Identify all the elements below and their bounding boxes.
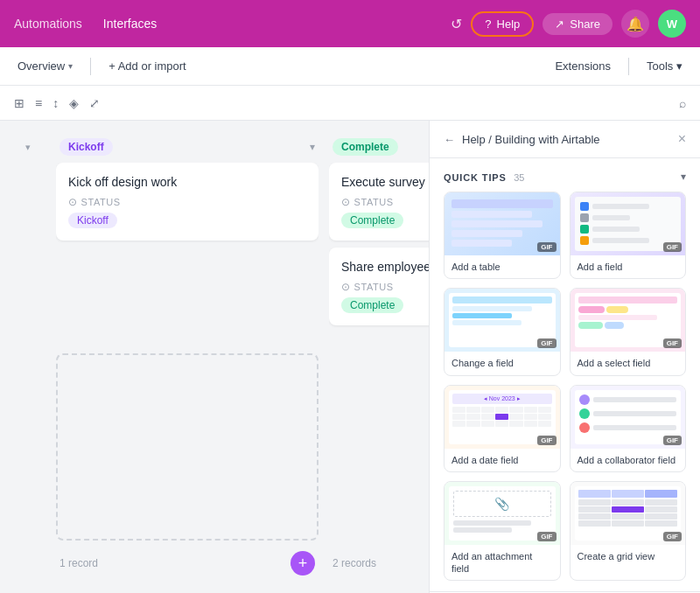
tip-thumbnail-add-attachment: 📎 GIF: [444, 482, 560, 545]
nav-left: Automations Interfaces: [14, 17, 157, 31]
close-icon[interactable]: ×: [678, 131, 686, 147]
top-navigation: Automations Interfaces ↺ ? Help ↗ Share …: [0, 0, 700, 47]
col-footer-complete: 2 records +: [329, 544, 429, 583]
tip-add-field[interactable]: GIF Add a field: [570, 192, 687, 279]
card-field-label-2: ⊙ STATUS: [341, 281, 429, 293]
search-icon[interactable]: ⌕: [679, 96, 686, 110]
help-breadcrumb: ← Help / Building with Airtable: [444, 133, 600, 146]
card-field-label-1: ⊙ STATUS: [341, 196, 429, 208]
toolbar-left: Overview ▾ + Add or import: [10, 56, 541, 76]
tip-label-add-date: Add a date field: [444, 449, 560, 471]
chevron-down-icon: ▾: [68, 61, 73, 71]
card-complete-1[interactable]: Execute survey ⊙ STATUS Complete: [329, 163, 429, 241]
card-field-label: ⊙ STATUS: [68, 196, 306, 208]
bell-icon: 🔔: [626, 16, 644, 32]
card-title-share: Share employee sur…: [341, 260, 429, 274]
status-badge-complete-1: Complete: [341, 213, 403, 228]
toolbar-divider: [90, 58, 91, 75]
gif-badge-8: GIF: [663, 532, 682, 541]
grid-icon[interactable]: ⊞: [14, 96, 24, 110]
help-panel-header: ← Help / Building with Airtable ×: [430, 121, 700, 158]
quick-tips-chevron-icon: ▾: [681, 171, 686, 183]
nav-right: ↺ ? Help ↗ Share 🔔 W: [451, 10, 686, 38]
tip-add-attachment[interactable]: 📎 GIF Add an attachment field: [444, 481, 561, 582]
tools-chevron-icon: ▾: [676, 59, 682, 73]
tip-thumbnail-change-field: GIF: [444, 289, 560, 352]
tip-add-select[interactable]: GIF Add a select field: [570, 288, 687, 375]
share-icon: ↗: [555, 17, 564, 31]
tip-thumbnail-add-field: GIF: [570, 192, 686, 255]
share-button[interactable]: ↗ Share: [542, 13, 612, 35]
status-badge-kickoff: Kickoff: [68, 213, 117, 228]
col-header-complete: Complete ▾: [329, 131, 429, 163]
help-breadcrumb-text: Help / Building with Airtable: [462, 133, 600, 146]
tip-label-add-attachment: Add an attachment field: [444, 545, 560, 581]
filter-icon[interactable]: ≡: [35, 96, 42, 110]
tip-thumbnail-add-collab: GIF: [570, 386, 686, 449]
tip-label-add-select: Add a select field: [570, 352, 686, 374]
tools-button[interactable]: Tools ▾: [640, 56, 690, 76]
nav-interfaces[interactable]: Interfaces: [103, 17, 157, 31]
kanban-board: ▾ Kickoff ▾ Kick off design work ⊙ STATU…: [0, 121, 429, 593]
quick-tips-title-group: QUICK TIPS 35: [444, 169, 524, 185]
kanban-inner: ▾ Kickoff ▾ Kick off design work ⊙ STATU…: [0, 121, 429, 593]
quick-tips-title: QUICK TIPS: [444, 172, 507, 183]
nav-automations[interactable]: Automations: [14, 17, 82, 31]
kanban-col-kickoff: Kickoff ▾ Kick off design work ⊙ STATUS …: [56, 131, 318, 583]
gif-badge-5: GIF: [537, 436, 556, 445]
back-icon[interactable]: ←: [444, 133, 455, 146]
col-header-kickoff: Kickoff ▾: [56, 131, 318, 163]
tip-add-date[interactable]: ◂ Nov 2023 ▸: [444, 385, 561, 472]
tips-grid: GIF Add a table: [430, 192, 700, 591]
secondary-toolbar: Overview ▾ + Add or import Extensions To…: [0, 47, 700, 86]
card-kickoff-1[interactable]: Kick off design work ⊙ STATUS Kickoff: [56, 163, 318, 241]
help-button[interactable]: ? Help: [471, 11, 534, 37]
records-count-kickoff: 1 record: [60, 557, 98, 569]
tip-thumbnail-add-table: GIF: [444, 192, 560, 255]
tip-label-add-table: Add a table: [444, 255, 560, 278]
tip-label-add-field: Add a field: [570, 255, 686, 278]
quick-tips-header[interactable]: QUICK TIPS 35 ▾: [430, 158, 700, 192]
color-icon[interactable]: ◈: [69, 96, 79, 110]
card-title-execute: Execute survey: [341, 175, 429, 189]
col-chevron-kickoff[interactable]: ▾: [310, 141, 315, 153]
col-title-kickoff: Kickoff: [60, 138, 113, 156]
gif-badge-7: GIF: [537, 532, 556, 541]
avatar[interactable]: W: [658, 10, 686, 38]
tip-label-create-grid: Create a grid view: [570, 545, 686, 568]
avatar-label: W: [667, 17, 677, 31]
history-icon[interactable]: ↺: [451, 16, 462, 32]
tip-thumbnail-add-select: GIF: [570, 289, 686, 352]
toolbar-divider-2: [628, 58, 629, 75]
card-complete-2[interactable]: Share employee sur… ⊙ STATUS Complete: [329, 248, 429, 325]
card-title: Kick off design work: [68, 175, 306, 189]
overview-label: Overview: [18, 59, 65, 73]
col-title-complete: Complete: [332, 138, 398, 156]
help-label: Help: [497, 17, 521, 31]
tip-add-collab[interactable]: GIF Add a collaborator field: [570, 385, 687, 472]
gif-badge-6: GIF: [663, 436, 682, 445]
help-body: QUICK TIPS 35 ▾: [430, 158, 700, 593]
quick-tips-count: 35: [514, 172, 524, 183]
tip-thumbnail-add-date: ◂ Nov 2023 ▸: [444, 386, 560, 449]
tip-thumbnail-create-grid: GIF: [570, 482, 686, 545]
add-import-button[interactable]: + Add or import: [102, 56, 193, 76]
add-card-kickoff[interactable]: +: [290, 551, 315, 576]
overview-button[interactable]: Overview ▾: [10, 56, 80, 76]
kanban-col-complete: Complete ▾ Execute survey ⊙ STATUS Compl…: [329, 131, 429, 583]
col-footer-kickoff: 1 record +: [56, 544, 318, 583]
icon-toolbar: ⊞ ≡ ↕ ◈ ⤢ ⌕: [0, 86, 700, 121]
expand-icon[interactable]: ⤢: [89, 96, 100, 110]
add-import-label: + Add or import: [108, 59, 186, 73]
tip-change-field[interactable]: GIF Change a field: [444, 288, 561, 375]
col-cards-complete: Execute survey ⊙ STATUS Complete Share e…: [329, 163, 429, 541]
toolbar-right: Extensions Tools ▾: [548, 56, 690, 76]
tip-create-grid[interactable]: GIF Create a grid view: [570, 481, 687, 582]
tip-add-table[interactable]: GIF Add a table: [444, 192, 561, 279]
notifications-button[interactable]: 🔔: [621, 10, 649, 38]
kanban-col-empty-left: ▾: [10, 131, 46, 583]
extensions-button[interactable]: Extensions: [548, 56, 618, 76]
share-label: Share: [570, 17, 600, 31]
sort-icon[interactable]: ↕: [52, 96, 59, 110]
main-content: ▾ Kickoff ▾ Kick off design work ⊙ STATU…: [0, 121, 700, 593]
